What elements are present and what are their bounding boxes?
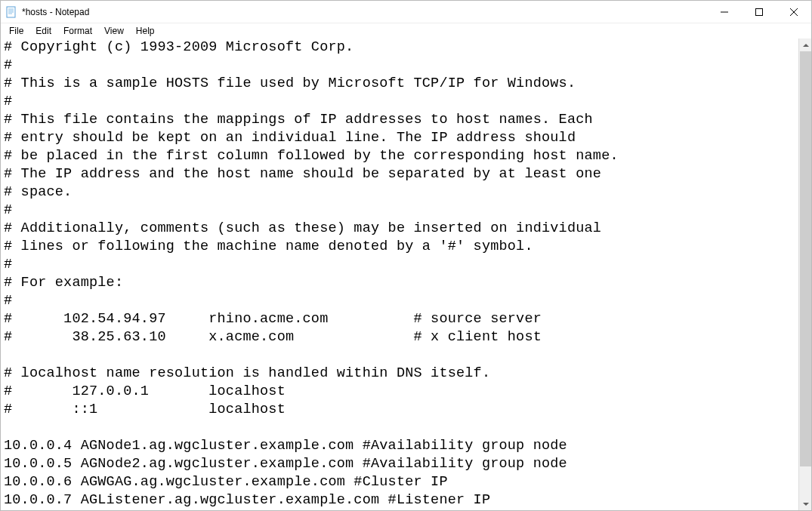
titlebar: *hosts - Notepad bbox=[1, 1, 811, 23]
editor-wrap: # Copyright (c) 1993-2009 Microsoft Corp… bbox=[1, 38, 811, 510]
menu-format[interactable]: Format bbox=[58, 25, 97, 37]
close-button[interactable] bbox=[776, 1, 811, 23]
minimize-button[interactable] bbox=[707, 1, 742, 23]
svg-marker-9 bbox=[803, 44, 809, 47]
notepad-icon bbox=[5, 6, 17, 18]
menu-edit[interactable]: Edit bbox=[30, 25, 57, 37]
maximize-button[interactable] bbox=[742, 1, 776, 23]
vertical-scrollbar[interactable] bbox=[798, 38, 811, 510]
scroll-up-arrow-icon[interactable] bbox=[799, 38, 812, 51]
window-title: *hosts - Notepad bbox=[22, 7, 707, 17]
menu-view[interactable]: View bbox=[99, 25, 129, 37]
text-editor[interactable]: # Copyright (c) 1993-2009 Microsoft Corp… bbox=[1, 38, 798, 510]
menubar: File Edit Format View Help bbox=[1, 23, 811, 38]
menu-file[interactable]: File bbox=[4, 25, 29, 37]
menu-help[interactable]: Help bbox=[131, 25, 160, 37]
svg-marker-10 bbox=[803, 503, 809, 506]
window-controls bbox=[707, 1, 811, 23]
svg-rect-6 bbox=[756, 9, 763, 16]
scroll-down-arrow-icon[interactable] bbox=[799, 497, 812, 510]
scrollbar-thumb[interactable] bbox=[800, 51, 811, 466]
